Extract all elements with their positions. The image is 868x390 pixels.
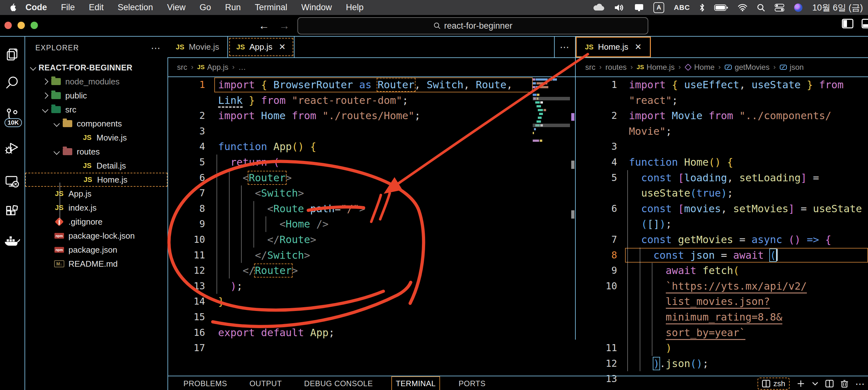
navigate-back-icon[interactable]: ← — [258, 20, 269, 32]
code-line-11[interactable]: 11 </Switch> — [167, 247, 533, 263]
panel-tab-ports[interactable]: PORTS — [455, 377, 489, 390]
breadcrumb-home-js[interactable]: JSHome.js — [637, 63, 674, 72]
navigate-forward-icon[interactable]: → — [279, 20, 290, 32]
breadcrumb-src[interactable]: src — [585, 63, 595, 72]
breadcrumb-home[interactable]: Home — [685, 63, 715, 72]
activitybar-files-icon[interactable] — [4, 46, 20, 63]
siri-icon[interactable] — [794, 3, 803, 12]
activitybar-docker-icon[interactable] — [4, 233, 20, 249]
close-tab-icon[interactable]: ✕ — [634, 42, 642, 52]
menu-item-run[interactable]: Run — [225, 3, 241, 12]
tree-item-readme-md[interactable]: M↓README.md — [25, 257, 167, 271]
breadcrumb-app-js[interactable]: JSApp.js — [197, 63, 228, 72]
tab-movie-js[interactable]: JS Movie.js — [167, 37, 228, 57]
panel-more-actions-icon[interactable]: ⋯ — [855, 378, 865, 389]
abc-icon[interactable]: ABC — [674, 3, 690, 12]
menu-item-view[interactable]: View — [167, 3, 186, 12]
code-line-14[interactable]: 14} — [167, 294, 533, 309]
menu-item-window[interactable]: Window — [301, 3, 332, 12]
panel-tab-output[interactable]: OUTPUT — [246, 377, 286, 390]
code-line-15[interactable]: 15 — [167, 309, 533, 325]
panel-tab-problems[interactable]: PROBLEMS — [180, 377, 231, 390]
tree-item-index-js[interactable]: JSindex.js — [25, 201, 167, 215]
code-line-11[interactable]: 11 ) — [576, 340, 868, 356]
code-line-9[interactable]: 9 <Home /> — [167, 216, 533, 232]
split-editor-icon[interactable] — [825, 380, 834, 387]
code-line-wrap[interactable]: sort_by=year` — [576, 325, 868, 340]
terminal-shell-selector[interactable]: zsh — [757, 378, 790, 390]
code-editor-home-js[interactable]: 1import { useEffect, useState } from"rea… — [576, 77, 868, 387]
close-window-button[interactable] — [4, 22, 12, 29]
code-line-10[interactable]: 10 </Route> — [167, 232, 533, 247]
code-line-17[interactable]: 17 — [167, 340, 533, 356]
breadcrumb-getmovies[interactable]: getMovies — [724, 63, 769, 72]
menu-item-help[interactable]: Help — [346, 3, 364, 12]
code-line-6[interactable]: 6 const [movies, setMovies] = useState — [576, 201, 868, 217]
code-line-2[interactable]: 2import Home from "./routes/Home"; — [167, 108, 533, 124]
code-line-7[interactable]: 7 <Switch> — [167, 185, 533, 201]
tree-item-package-json[interactable]: npmpackage.json — [25, 243, 167, 257]
code-line-16[interactable]: 16export default App; — [167, 325, 533, 340]
code-line-9[interactable]: 9 await fetch( — [576, 263, 868, 278]
code-line-6[interactable]: 6 <Router> — [167, 170, 533, 186]
code-line-4[interactable]: 4function Home() { — [576, 154, 868, 170]
trash-icon[interactable] — [841, 380, 848, 388]
cloud-icon[interactable] — [592, 3, 604, 12]
tree-item-components[interactable]: components — [25, 117, 167, 131]
tab-overflow-icon[interactable]: ⋯ — [554, 37, 576, 57]
breadcrumb--[interactable]: … — [239, 63, 246, 72]
menu-item-go[interactable]: Go — [199, 3, 211, 12]
tree-item--gitignore[interactable]: .gitignore — [25, 215, 167, 229]
code-line-5[interactable]: 5 return ( — [167, 154, 533, 170]
activitybar-search-icon[interactable] — [4, 74, 20, 91]
code-line-7[interactable]: 7 const getMovies = async () => { — [576, 232, 868, 247]
display-icon[interactable] — [634, 3, 644, 12]
code-line-5[interactable]: 5 const [loading, setLoading] = — [576, 170, 868, 186]
explorer-more-actions-icon[interactable]: ⋯ — [151, 42, 161, 54]
code-line-2[interactable]: 2import Movie from "../components/ — [576, 108, 868, 124]
code-line-12[interactable]: 12 </Router> — [167, 263, 533, 278]
code-line-10[interactable]: 10 `https://yts.mx/api/v2/ — [576, 278, 868, 294]
tree-item-routes[interactable]: routes — [25, 145, 167, 159]
code-line-12[interactable]: 12 ).json(); — [576, 356, 868, 371]
breadcrumb-routes[interactable]: routes — [605, 63, 627, 72]
battery-icon[interactable] — [714, 4, 728, 11]
tab-home-js[interactable]: JS Home.js✕ — [576, 37, 651, 57]
code-line-wrap[interactable]: Movie"; — [576, 124, 868, 139]
new-terminal-icon[interactable] — [797, 380, 805, 388]
menu-item-selection[interactable]: Selection — [118, 3, 153, 12]
code-line-1[interactable]: 1import { useEffect, useState } from — [576, 77, 868, 93]
code-line-8[interactable]: 8 <Route path="/"> — [167, 201, 533, 217]
minimize-window-button[interactable] — [18, 22, 25, 29]
minimap[interactable] — [533, 78, 570, 154]
apple-logo-icon[interactable] — [9, 3, 17, 12]
breadcrumb-src[interactable]: src — [177, 63, 187, 72]
code-line-wrap[interactable]: "react"; — [576, 93, 868, 108]
tree-item-movie-js[interactable]: JSMovie.js — [25, 131, 167, 145]
activitybar-run-debug-icon[interactable] — [4, 139, 20, 156]
close-tab-icon[interactable]: ✕ — [279, 42, 286, 52]
code-line-wrap[interactable]: list_movies.json? — [576, 294, 868, 309]
chevron-down-icon[interactable] — [812, 381, 818, 386]
code-line-4[interactable]: 4function App() { — [167, 139, 533, 154]
tab-app-js[interactable]: JS App.js✕ — [228, 37, 294, 57]
control-center-icon[interactable] — [775, 3, 784, 12]
menu-item-edit[interactable]: Edit — [89, 3, 104, 12]
spotlight-icon[interactable] — [757, 3, 765, 12]
code-line-8[interactable]: 8 const json = await ( — [576, 247, 868, 263]
panel-tab-terminal[interactable]: TERMINAL — [391, 376, 440, 390]
menu-item-code[interactable]: Code — [26, 3, 47, 12]
code-line-wrap[interactable]: minimum_rating=8.8& — [576, 309, 868, 325]
tree-item-app-js[interactable]: JSApp.js — [25, 187, 167, 201]
bluetooth-icon[interactable] — [700, 3, 705, 12]
breadcrumb-group2[interactable]: src›routes›JSHome.js›Home›getMovies›json — [576, 58, 868, 77]
tree-item-package-lock-json[interactable]: npmpackage-lock.json — [25, 229, 167, 243]
tree-item-home-js[interactable]: JSHome.js — [25, 173, 167, 187]
code-line-wrap[interactable]: useState(true); — [576, 185, 868, 201]
wifi-icon[interactable] — [738, 4, 747, 11]
tree-item-src[interactable]: src — [25, 102, 167, 117]
code-line-3[interactable]: 3 — [167, 124, 533, 139]
code-line-3[interactable]: 3 — [576, 139, 868, 154]
zoom-window-button[interactable] — [31, 22, 38, 29]
menu-item-terminal[interactable]: Terminal — [255, 3, 287, 12]
